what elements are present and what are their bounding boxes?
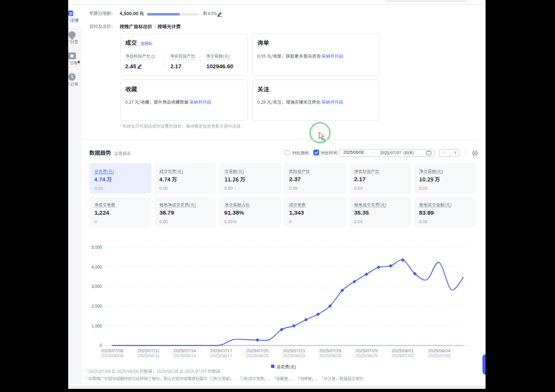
- svg-text:2025/06/08: 2025/06/08: [101, 353, 123, 359]
- svg-text:2025/06/20: 2025/06/20: [246, 353, 269, 359]
- svg-text:2025/07/05: 2025/07/05: [428, 353, 450, 359]
- svg-text:2025/07/02: 2025/07/02: [392, 353, 414, 359]
- svg-text:5,000: 5,000: [92, 245, 102, 249]
- svg-text:0: 0: [100, 343, 102, 347]
- svg-text:2025/06/11: 2025/06/11: [138, 353, 159, 359]
- svg-text:2025/06/29: 2025/06/29: [355, 353, 378, 359]
- svg-text:4,000: 4,000: [92, 265, 102, 269]
- svg-text:1,000: 1,000: [92, 324, 102, 328]
- svg-text:2025/06/23: 2025/06/23: [283, 353, 305, 359]
- svg-text:2025/06/26: 2025/06/26: [319, 353, 341, 359]
- svg-text:2025/06/14: 2025/06/14: [174, 353, 196, 359]
- svg-text:2,000: 2,000: [92, 304, 102, 308]
- svg-text:3,000: 3,000: [92, 284, 102, 288]
- svg-text:2025/06/17: 2025/06/17: [210, 353, 233, 359]
